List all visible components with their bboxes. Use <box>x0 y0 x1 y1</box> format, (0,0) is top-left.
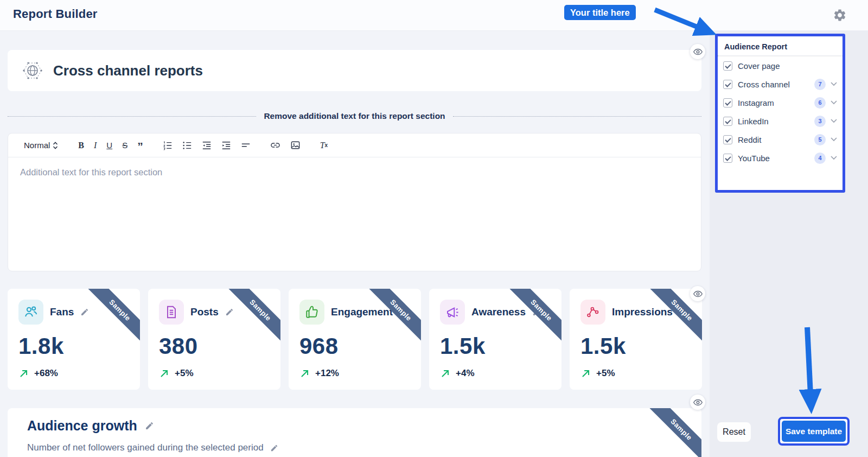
sidebar-item-instagram[interactable]: Instagram 6 <box>718 93 843 112</box>
page-title: Report Builder <box>13 7 98 21</box>
report-title: Audience Report <box>718 36 843 55</box>
trend-up-icon <box>299 369 310 379</box>
metric-card-fans: Sample Fans 1.8k +68% <box>8 289 140 390</box>
metric-icon-box <box>159 300 184 325</box>
insert-link-button[interactable] <box>267 138 284 153</box>
save-template-button[interactable]: Save template <box>782 421 846 442</box>
edit-pencil-icon[interactable] <box>225 308 234 316</box>
sidebar-item-linkedin[interactable]: LinkedIn 3 <box>718 112 843 130</box>
chevron-down-icon[interactable] <box>831 137 837 142</box>
save-template-highlight: Save template <box>778 417 850 446</box>
title-annotation-badge: Your title here <box>564 5 636 20</box>
chevron-down-icon[interactable] <box>831 119 837 123</box>
checkbox-checked-icon[interactable] <box>723 61 732 71</box>
strikethrough-button[interactable]: S <box>119 138 131 152</box>
sidebar-item-reddit[interactable]: Reddit 5 <box>718 130 843 149</box>
audience-growth-title: Audience growth <box>27 418 137 434</box>
eye-icon <box>693 289 703 299</box>
edit-pencil-icon[interactable] <box>532 308 541 316</box>
checkbox-checked-icon[interactable] <box>723 154 732 163</box>
app-header: Report Builder <box>0 0 868 31</box>
editor-text-area[interactable]: Additional text for this report section <box>8 157 701 187</box>
italic-button[interactable]: I <box>91 138 100 153</box>
edit-pencil-icon[interactable] <box>80 308 89 316</box>
clear-formatting-button[interactable]: Tx <box>317 138 331 153</box>
cross-channel-section-header: Cross channel reports <box>8 50 701 91</box>
metric-card-posts: Sample Posts 380 +5% <box>148 289 280 390</box>
metric-card-awareness: Sample Awareness 1.5k +4% <box>429 289 561 390</box>
paragraph-style-select[interactable]: Normal <box>21 138 62 152</box>
checkbox-checked-icon[interactable] <box>723 117 732 126</box>
metric-label: Engagement <box>331 306 393 318</box>
metric-value: 1.8k <box>18 333 129 359</box>
report-builder-page: Report Builder Cross channel reports Rem… <box>0 0 868 457</box>
thumbs-up-icon <box>305 305 319 319</box>
chevron-down-icon[interactable] <box>831 82 837 86</box>
edit-pencil-icon[interactable] <box>270 444 278 452</box>
metric-card-impressions: Sample Impressions 1.5k +5% <box>570 289 702 390</box>
audience-growth-section: Sample Audience growth Number of net fol… <box>8 408 701 457</box>
count-badge: 3 <box>814 116 826 127</box>
metric-card-engagement: Sample Engagement 968 +12% <box>289 289 421 390</box>
metric-change: +68% <box>34 368 58 379</box>
users-icon <box>23 304 39 320</box>
checkbox-checked-icon[interactable] <box>723 80 732 89</box>
count-badge: 7 <box>814 79 826 90</box>
trend-up-icon <box>18 369 29 379</box>
metrics-visibility-button[interactable] <box>690 286 705 301</box>
outdent-button[interactable] <box>199 138 215 153</box>
checkbox-checked-icon[interactable] <box>723 135 732 144</box>
editor-placeholder: Additional text for this report section <box>20 167 162 177</box>
metric-change: +12% <box>315 368 339 379</box>
image-icon <box>290 140 301 150</box>
metric-icon-box <box>580 300 605 325</box>
sidebar-item-youtube[interactable]: YouTube 4 <box>718 149 843 167</box>
bullet-list-button[interactable] <box>179 138 195 153</box>
metric-change: +5% <box>175 368 194 379</box>
metric-label: Awareness <box>471 306 526 318</box>
link-icon <box>270 140 280 150</box>
document-icon <box>164 305 178 319</box>
globe-network-icon <box>21 59 44 82</box>
insert-image-button[interactable] <box>287 138 304 153</box>
checkbox-checked-icon[interactable] <box>723 98 732 107</box>
clear-formatting-x: x <box>325 142 328 148</box>
reset-button[interactable]: Reset <box>717 422 751 442</box>
metric-value: 1.5k <box>580 333 691 359</box>
section-visibility-button[interactable] <box>690 44 705 59</box>
count-badge: 5 <box>814 134 826 145</box>
underline-button[interactable]: U <box>103 138 116 152</box>
clear-formatting-t: T <box>320 141 325 150</box>
chevron-down-icon[interactable] <box>831 100 837 105</box>
sidebar-item-cross-channel[interactable]: Cross channel 7 <box>718 75 843 93</box>
growth-visibility-button[interactable] <box>690 395 705 410</box>
metric-change: +4% <box>456 368 475 379</box>
remove-text-label[interactable]: Remove additional text for this report s… <box>264 111 445 121</box>
trend-up-icon <box>580 369 591 379</box>
ordered-list-button[interactable] <box>159 138 176 153</box>
bold-button[interactable]: B <box>75 138 87 153</box>
chevron-down-icon[interactable] <box>831 156 837 160</box>
indent-button[interactable] <box>218 138 234 153</box>
settings-button[interactable] <box>832 8 847 23</box>
blockquote-button[interactable]: ” <box>134 139 146 151</box>
edit-pencil-icon[interactable] <box>145 421 154 430</box>
eye-icon <box>693 47 703 56</box>
indent-icon <box>221 141 231 150</box>
align-button[interactable] <box>238 138 254 153</box>
ordered-list-icon <box>163 141 173 150</box>
sidebar-item-cover-page[interactable]: Cover page <box>718 56 843 75</box>
editor-toolbar: Normal B I U S ” <box>8 134 701 157</box>
scatter-icon <box>586 305 600 319</box>
report-sections-panel: Audience Report Cover page Cross channel… <box>715 34 845 193</box>
bullet-list-icon <box>182 141 192 150</box>
count-badge: 6 <box>814 97 826 109</box>
metric-label: Posts <box>190 306 219 318</box>
metric-icon-box <box>18 300 43 325</box>
align-icon <box>241 141 251 150</box>
paragraph-style-value: Normal <box>24 141 50 150</box>
metric-icon-box <box>299 300 324 325</box>
section-title: Cross channel reports <box>53 62 203 79</box>
megaphone-icon <box>445 305 460 320</box>
metric-value: 968 <box>299 333 410 359</box>
